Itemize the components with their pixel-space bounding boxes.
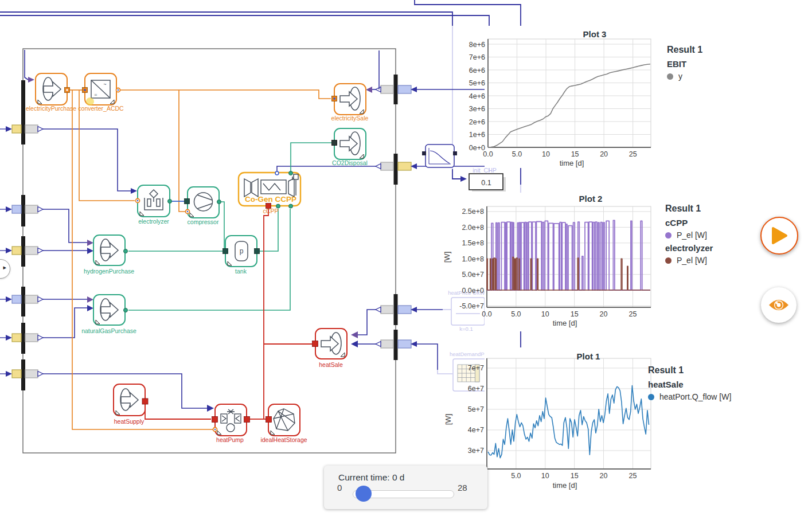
svg-text:3e+7: 3e+7 [468,447,484,455]
svg-text:6e+6: 6e+6 [469,67,485,75]
dc-symbol: = [94,92,97,97]
legend-dot-icon [665,232,672,239]
eye-icon [768,297,790,313]
svg-text:0.0: 0.0 [482,310,491,318]
plot1-chart: 3e+74e+75e+76e+77e+75.010152025 [485,347,665,494]
svg-text:naturalGasPurchase: naturalGasPurchase [81,327,136,334]
slider-min-label: 0 [337,483,342,492]
init-chp-block[interactable]: init_CHP 0.1 [469,167,506,191]
svg-text:4e+6: 4e+6 [469,92,485,100]
legend-result-title: Result 1 [648,365,731,376]
lookup-block[interactable] [422,144,457,167]
component-hydrogenPurchase[interactable]: hydrogenPurchase [84,235,134,275]
component-compressor[interactable]: compressor [185,187,221,225]
svg-text:3e+6: 3e+6 [469,105,485,113]
legend-entry[interactable]: heatPort.Q_flow [W] [648,392,731,401]
component-cogen-ccpp[interactable]: Co-Gen CCPP cCPP [239,171,300,215]
plot3-xlabel: time [d] [560,159,584,167]
legend-entry[interactable]: P_el [W] [665,230,713,240]
legend-entry[interactable]: y [667,72,702,81]
svg-text:5e+6: 5e+6 [469,79,485,87]
component-CO2Disposal[interactable]: CO2Disposal [332,128,368,166]
svg-text:25: 25 [628,472,637,480]
plot1-title: Plot 1 [577,351,600,361]
time-control-panel: Current time: 0 d 0 28 [324,466,487,509]
legend-group-cCPP: cCPP [665,218,713,228]
current-time-label: Current time: 0 d [338,472,404,483]
svg-text:5.0: 5.0 [511,310,521,318]
series-heatSale [488,386,649,458]
svg-text:0.1: 0.1 [481,179,491,187]
svg-text:tank: tank [235,268,247,275]
time-slider[interactable] [353,490,454,498]
legend-entry-label: y [678,72,682,81]
svg-text:10: 10 [541,310,549,318]
legend-dot-icon [667,73,673,80]
svg-text:idealHeatStorage: idealHeatStorage [260,436,307,443]
time-slider-knob[interactable] [356,486,372,502]
legend-entry[interactable]: P_el [W] [665,256,713,265]
component-idealHeatStorage[interactable]: idealHeatStorage [260,404,307,443]
legend-group-EBIT: EBIT [667,59,702,69]
svg-text:20: 20 [600,150,608,158]
svg-text:10: 10 [542,150,550,158]
boundary-connectors-left[interactable] [0,125,43,378]
plot3-legend: Result 1EBITy [667,45,702,83]
component-electricitySale[interactable]: electricitySale [331,84,369,122]
svg-text:2.0e+8: 2.0e+8 [462,224,484,232]
legend-group-electrolyzer: electrolyzer [665,243,713,253]
svg-text:CO2Disposal: CO2Disposal [332,159,368,166]
svg-text:5.0: 5.0 [512,150,522,158]
component-electrolyzer[interactable]: electrolyzer [136,185,172,225]
svg-text:1e+6: 1e+6 [469,131,485,139]
component-tank[interactable]: p tank [223,236,260,275]
svg-text:25: 25 [629,150,637,158]
svg-text:5e+7: 5e+7 [468,405,484,413]
svg-text:heatSale: heatSale [319,361,343,368]
legend-dot-icon [648,394,654,400]
component-converter-ACDC[interactable]: ~ = converter_ACDC [78,73,124,112]
svg-text:2.5e+8: 2.5e+8 [462,208,484,216]
highlight-dot [86,97,94,105]
svg-text:7e+7: 7e+7 [468,364,484,372]
plot3-title: Plot 3 [583,29,607,39]
gas-lines [128,143,331,310]
plot2-legend: Result 1cCPPP_el [W]electrolyzerP_el [W] [665,204,713,267]
series-EBIT [488,64,650,147]
svg-text:1.0e+8: 1.0e+8 [462,255,484,263]
svg-text:Co-Gen CCPP: Co-Gen CCPP [245,195,296,204]
svg-text:0.0: 0.0 [483,150,493,158]
slider-max-label: 28 [458,483,467,492]
plot1-panel[interactable]: 3e+74e+75e+76e+77e+75.010152025 Plot 1 t… [485,347,665,494]
play-icon [771,226,788,245]
svg-text:15: 15 [571,472,579,480]
init-chp-arrow [460,176,467,182]
svg-text:20: 20 [600,310,608,318]
run-simulation-button[interactable] [760,217,798,255]
svg-text:10: 10 [541,472,549,480]
plot3-chart: 0e+01e+62e+63e+64e+65e+66e+67e+68e+60.05… [485,26,665,168]
component-heatSale[interactable]: heatSale [313,329,348,368]
svg-text:converter_ACDC: converter_ACDC [78,105,124,112]
view-results-button[interactable] [761,287,797,323]
component-heatSupply[interactable]: heatSupply [114,384,148,425]
plot1-ylabel: [W] [444,414,452,425]
svg-text:-5.0e+7: -5.0e+7 [459,302,484,310]
component-electricityPurchase[interactable]: electricityPurchase [26,73,76,112]
svg-text:p: p [240,247,244,255]
plot2-panel[interactable]: -5.0e+70.0e+05.0e+71.0e+81.5e+82.0e+82.5… [485,193,665,331]
ac-symbol: ~ [103,81,106,87]
svg-text:25: 25 [628,310,637,318]
svg-text:heatSupply: heatSupply [114,418,145,425]
svg-text:k=0.1: k=0.1 [459,326,473,332]
legend-entry-label: P_el [W] [677,256,707,265]
svg-text:4e+7: 4e+7 [468,426,484,434]
svg-text:hydrogenPurchase: hydrogenPurchase [84,268,134,275]
svg-text:15: 15 [571,310,579,318]
svg-text:heatPump: heatPump [216,436,244,443]
legend-group-heatSale: heatSale [648,380,731,389]
component-heatPump[interactable]: heatPump [212,404,250,443]
plot1-legend: Result 1heatSaleheatPort.Q_flow [W] [648,365,731,403]
chevron-right-icon: ▸ [3,264,6,271]
plot3-panel[interactable]: 0e+01e+62e+63e+64e+65e+66e+67e+68e+60.05… [485,26,665,168]
